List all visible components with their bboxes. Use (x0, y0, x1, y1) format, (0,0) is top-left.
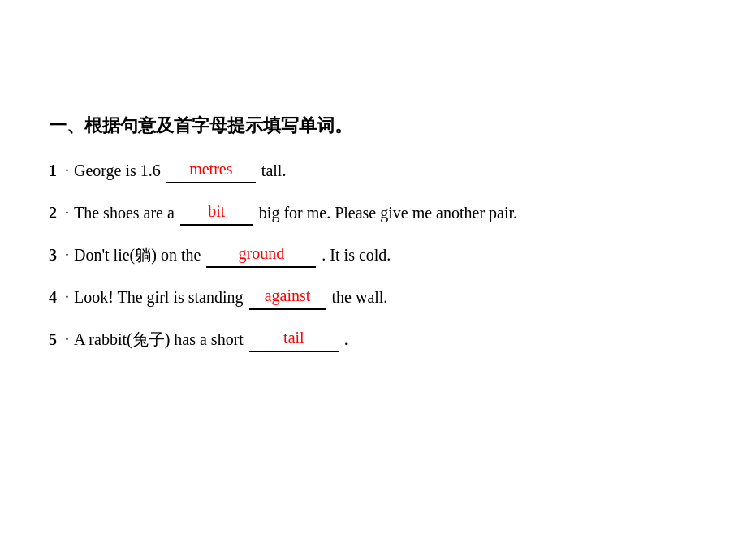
main-content: 一、根据句意及首字母提示填写单词。 1 · George is 1.6 metr… (49, 114, 698, 367)
q2-dot: · (65, 200, 69, 226)
q4-answer: against (261, 286, 314, 304)
q4-blank: against (249, 282, 326, 310)
q3-answer: ground (235, 244, 288, 262)
q5-answer: tail (280, 329, 308, 347)
q2-blank: bit (180, 198, 253, 226)
q4-text: Look! The girl is standing against the w… (74, 282, 387, 310)
question-3: 3 · Don't lie(躺) on the ground . It is c… (49, 240, 698, 268)
q3-number: 3 (49, 242, 63, 268)
q5-text: A rabbit(兔子) has a short tail . (74, 325, 348, 352)
q2-text: The shoes are a bit big for me. Please g… (74, 198, 517, 226)
q3-blank: ground (206, 240, 316, 268)
q2-number: 2 (49, 200, 63, 226)
q3-dot: · (65, 242, 69, 268)
q5-number: 5 (49, 326, 63, 352)
q1-number: 1 (49, 157, 63, 183)
question-4: 4 · Look! The girl is standing against t… (49, 282, 698, 310)
q1-dot: · (65, 157, 69, 183)
section-title: 一、根据句意及首字母提示填写单词。 (49, 114, 698, 138)
q1-text: George is 1.6 metres tall. (74, 156, 286, 183)
q2-answer: bit (205, 202, 228, 220)
q4-dot: · (65, 284, 69, 310)
q5-dot: · (65, 326, 69, 352)
question-2: 2 · The shoes are a bit big for me. Plea… (49, 198, 698, 226)
q1-answer: metres (186, 160, 235, 178)
q3-text: Don't lie(躺) on the ground . It is cold. (74, 240, 391, 268)
q4-number: 4 (49, 284, 63, 310)
question-1: 1 · George is 1.6 metres tall. (49, 156, 698, 183)
q5-blank: tail (249, 325, 339, 352)
question-5: 5 · A rabbit(兔子) has a short tail . (49, 325, 698, 352)
q1-blank: metres (166, 156, 256, 183)
